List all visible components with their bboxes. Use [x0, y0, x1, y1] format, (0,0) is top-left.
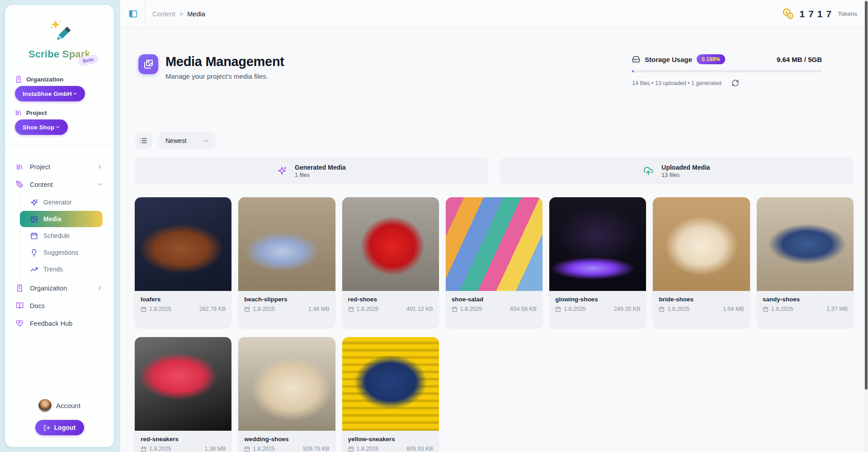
- svg-text:1: 1: [789, 14, 791, 18]
- media-card[interactable]: loafers 1.8.2025 262.79 KB: [135, 197, 231, 328]
- media-thumbnail: [238, 197, 335, 291]
- tokens-value: 1717: [800, 9, 835, 19]
- calendar-icon: [244, 306, 250, 312]
- sparkles-icon: [277, 166, 287, 176]
- building-icon: [15, 76, 22, 83]
- cloud-upload-icon: [643, 166, 653, 176]
- main-panel: Content > Media 1 1 1717 Tokens: [120, 0, 868, 452]
- media-card[interactable]: bride-shoes 1.8.2025 1.04 MB: [653, 197, 750, 328]
- generated-media-card[interactable]: Generated Media 1 files: [135, 157, 488, 184]
- calendar-icon: [141, 306, 146, 312]
- media-date: 1.8.2025: [667, 306, 689, 312]
- account-label: Account: [56, 402, 80, 409]
- sort-selected-value: Newest: [165, 137, 187, 144]
- media-toolbar: Newest: [135, 132, 854, 149]
- refresh-button[interactable]: [731, 79, 739, 87]
- media-card[interactable]: sandy-shoes 1.8.2025 1.37 MB: [757, 197, 854, 328]
- logo: Scribe Spark Beta: [5, 5, 114, 60]
- media-size: 249.35 KB: [614, 306, 640, 312]
- logout-button[interactable]: Logout: [35, 420, 84, 435]
- calendar-icon: [555, 306, 561, 312]
- sort-dropdown[interactable]: Newest: [158, 132, 216, 149]
- media-date: 1.8.2025: [149, 446, 171, 452]
- scrollbar-thumb[interactable]: [865, 1, 868, 390]
- sidebar: Scribe Spark Beta Organization InstaShoe…: [5, 5, 114, 447]
- media-name: red-shoes: [348, 296, 433, 303]
- calendar-icon: [30, 232, 38, 240]
- media-size: 605.93 KB: [406, 446, 433, 452]
- account-button[interactable]: Account: [5, 399, 114, 412]
- media-size: 1.46 MB: [308, 306, 330, 312]
- media-card[interactable]: red-sneakers 1.8.2025 1.38 MB: [135, 337, 231, 452]
- sidebar-item-schedule[interactable]: Schedule: [20, 228, 103, 244]
- heart-handshake-icon: [16, 319, 24, 327]
- organization-select[interactable]: InstaShoe GmbH: [15, 86, 85, 101]
- media-date: 1.8.2025: [149, 306, 171, 312]
- sidebar-item-docs[interactable]: Docs: [5, 297, 114, 314]
- media-size: 654.58 KB: [510, 306, 537, 312]
- scrollbar[interactable]: [864, 0, 868, 452]
- media-card[interactable]: shoe-salad 1.8.2025 654.58 KB: [446, 197, 542, 328]
- breadcrumb-separator: >: [179, 10, 183, 18]
- project-selected-value: Shoe Shop: [23, 124, 55, 131]
- sidebar-item-feedback-hub[interactable]: Feedback Hub: [5, 314, 114, 332]
- uploaded-media-card[interactable]: Uploaded Media 13 files: [500, 157, 854, 184]
- library-icon: [15, 109, 22, 116]
- sidebar-toggle-button[interactable]: [125, 6, 141, 22]
- uploaded-media-count: 13 files: [661, 172, 710, 178]
- project-select[interactable]: Shoe Shop: [15, 119, 68, 135]
- page-title: Media Management: [165, 54, 284, 69]
- storage-progress-bar: [632, 70, 822, 72]
- media-card[interactable]: red-shoes 1.8.2025 491.12 KB: [342, 197, 439, 328]
- calendar-icon: [763, 306, 769, 312]
- sidebar-item-project[interactable]: Project: [5, 158, 114, 176]
- storage-progress-fill: [632, 70, 634, 72]
- media-card[interactable]: glowing-shoes 1.8.2025 249.35 KB: [549, 197, 646, 328]
- breadcrumb-content[interactable]: Content: [152, 10, 175, 18]
- media-name: beach-slippers: [244, 296, 329, 303]
- sidebar-item-content[interactable]: Content: [5, 176, 114, 193]
- media-name: bride-shoes: [659, 296, 744, 303]
- media-date: 1.8.2025: [253, 306, 275, 312]
- media-size: 1.38 MB: [205, 446, 226, 452]
- media-date: 1.8.2025: [460, 306, 482, 312]
- content-submenu: Generator Media Schedule Suggestions: [5, 193, 114, 279]
- media-name: shoe-salad: [452, 296, 537, 303]
- building-icon: [16, 284, 24, 292]
- sidebar-item-suggestions[interactable]: Suggestions: [20, 244, 103, 261]
- media-thumbnail: [342, 197, 439, 291]
- sidebar-item-trends[interactable]: Trends: [20, 261, 103, 277]
- book-open-icon: [16, 302, 24, 309]
- media-thumbnail: [446, 197, 542, 291]
- media-card[interactable]: beach-slippers 1.8.2025 1.46 MB: [238, 197, 335, 328]
- media-size: 529.75 KB: [303, 446, 329, 452]
- generated-media-title: Generated Media: [295, 164, 346, 171]
- sidebar-footer: Account Logout: [5, 399, 114, 435]
- sidebar-item-media[interactable]: Media: [20, 211, 103, 227]
- media-name: glowing-shoes: [555, 296, 640, 303]
- media-card[interactable]: yellow-sneakers 1.8.2025 605.93 KB: [342, 337, 439, 452]
- page-subtitle: Manage your project's media files.: [165, 72, 284, 80]
- svg-text:1: 1: [785, 10, 788, 15]
- media-name: sandy-shoes: [763, 296, 848, 303]
- hard-drive-icon: [632, 55, 640, 63]
- sidebar-item-organization[interactable]: Organization: [5, 279, 114, 297]
- lightbulb-icon: [30, 249, 38, 257]
- media-card[interactable]: wedding-shoes 1.8.2025 529.75 KB: [238, 337, 335, 452]
- chevron-right-icon: [96, 285, 103, 291]
- media-date: 1.8.2025: [771, 306, 793, 312]
- coins-icon: 1 1: [782, 8, 794, 20]
- sparkles-icon: [30, 199, 38, 206]
- list-view-button[interactable]: [135, 132, 152, 149]
- image-icon: [30, 215, 38, 223]
- storage-usage-value: 9.64 MB / 5GB: [777, 56, 822, 63]
- sidebar-item-generator[interactable]: Generator: [20, 194, 103, 210]
- media-name: loafers: [141, 296, 226, 303]
- media-size: 1.37 MB: [826, 306, 848, 312]
- media-thumbnail: [135, 197, 231, 291]
- images-icon: [143, 59, 154, 70]
- media-thumbnail: [653, 197, 750, 291]
- storage-stats: 14 files • 13 uploaded • 1 generated: [632, 80, 722, 86]
- organization-selected-value: InstaShoe GmbH: [23, 90, 72, 97]
- organization-section-label: Organization: [15, 76, 104, 83]
